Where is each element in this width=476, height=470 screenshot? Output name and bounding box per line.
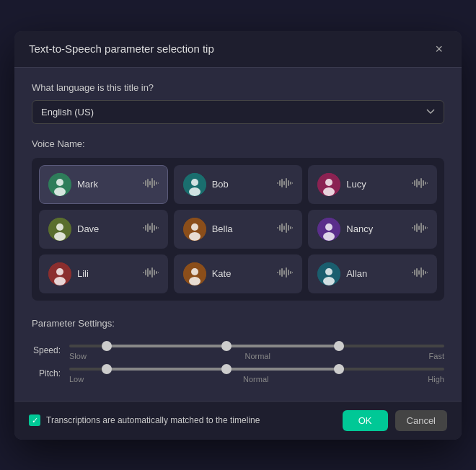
voice-card-lili[interactable]: Lili (39, 254, 168, 293)
checkbox-area: ✓ Transcriptions are automatically match… (29, 414, 335, 426)
voice-left-kate: Kate (183, 262, 232, 285)
voices-grid: Mark Bob (39, 165, 437, 293)
voice-left-dave: Dave (48, 218, 99, 241)
svg-point-78 (191, 268, 198, 275)
speed-max-label: Fast (429, 352, 444, 360)
ok-button[interactable]: OK (343, 410, 388, 431)
wave-icon-nancy[interactable] (412, 223, 428, 235)
svg-point-46 (189, 232, 200, 241)
svg-point-23 (325, 179, 332, 186)
voice-card-bella[interactable]: Bella (174, 210, 303, 249)
parameter-settings-label: Parameter Settings: (32, 318, 444, 329)
footer-buttons: OK Cancel (343, 410, 447, 431)
voice-avatar-bella (183, 218, 206, 241)
voice-card-allan[interactable]: Allan (308, 254, 437, 293)
voice-left-lucy: Lucy (317, 173, 366, 196)
wave-icon-bob[interactable] (277, 178, 293, 190)
voice-left-mark: Mark (48, 173, 98, 196)
pitch-min-label: Low (69, 375, 84, 383)
svg-point-89 (325, 268, 332, 275)
close-button[interactable]: × (431, 41, 447, 57)
pitch-thumb-2[interactable] (221, 364, 232, 374)
dialog-header: Text-to-Speech parameter selection tip × (14, 31, 462, 68)
voice-card-nancy[interactable]: Nancy (308, 210, 437, 249)
svg-point-90 (323, 277, 335, 285)
voice-left-bob: Bob (183, 173, 229, 196)
voice-card-mark[interactable]: Mark (39, 165, 168, 204)
voice-left-bella: Bella (183, 218, 233, 241)
voice-avatar-lili (48, 262, 71, 285)
voice-name-lucy: Lucy (346, 179, 366, 190)
svg-point-24 (323, 187, 335, 196)
speed-thumb-1[interactable] (102, 341, 112, 351)
auto-match-checkbox[interactable]: ✓ (29, 414, 40, 426)
svg-point-12 (191, 179, 198, 186)
voice-card-kate[interactable]: Kate (174, 254, 303, 293)
pitch-max-label: High (428, 375, 444, 383)
voice-left-nancy: Nancy (317, 218, 373, 241)
speed-labels: Slow Normal Fast (69, 352, 444, 360)
voice-left-lili: Lili (48, 262, 89, 285)
language-select[interactable]: English (US) (32, 100, 444, 124)
pitch-slider-wrapper: Low Normal High (69, 363, 444, 383)
svg-point-45 (191, 223, 198, 231)
wave-icon-lucy[interactable] (412, 178, 428, 190)
voice-avatar-mark (48, 173, 71, 196)
voice-card-lucy[interactable]: Lucy (308, 165, 437, 204)
checkbox-checkmark: ✓ (32, 417, 38, 425)
voice-left-allan: Allan (317, 262, 367, 285)
dialog-footer: ✓ Transcriptions are automatically match… (14, 401, 462, 440)
svg-point-68 (54, 277, 66, 285)
speed-thumb-2[interactable] (221, 341, 232, 351)
voice-card-dave[interactable]: Dave (39, 210, 168, 249)
voice-name-allan: Allan (346, 268, 367, 279)
pitch-row: Pitch: Low Normal High (32, 363, 444, 383)
voice-avatar-allan (317, 262, 340, 285)
speed-min-label: Slow (69, 352, 87, 360)
voice-section-label: Voice Name: (32, 138, 444, 149)
language-question: What language is this title in? (32, 82, 444, 93)
voice-name-dave: Dave (77, 223, 99, 234)
svg-point-35 (54, 232, 66, 241)
wave-icon-kate[interactable] (277, 267, 293, 280)
voice-avatar-dave (48, 218, 71, 241)
voice-avatar-lucy (317, 173, 340, 196)
dialog-body: What language is this title in? English … (14, 68, 462, 401)
pitch-labels: Low Normal High (69, 375, 444, 383)
wave-icon-mark[interactable] (143, 178, 159, 190)
wave-icon-dave[interactable] (143, 223, 159, 235)
speed-mid-label: Normal (244, 352, 270, 360)
speed-slider-wrapper: Slow Normal Fast (69, 340, 444, 360)
svg-point-67 (56, 268, 63, 275)
wave-icon-lili[interactable] (143, 267, 159, 280)
speed-thumb-3[interactable] (334, 341, 344, 351)
speed-label: Speed: (32, 345, 61, 355)
svg-point-2 (54, 187, 66, 196)
svg-point-13 (189, 187, 200, 196)
voice-card-bob[interactable]: Bob (174, 165, 303, 204)
voice-avatar-nancy (317, 218, 340, 241)
tts-dialog: Text-to-Speech parameter selection tip ×… (14, 31, 462, 440)
voice-name-bella: Bella (212, 223, 233, 234)
dialog-title: Text-to-Speech parameter selection tip (29, 43, 214, 55)
pitch-thumb-3[interactable] (334, 364, 344, 374)
voice-name-mark: Mark (77, 179, 98, 190)
svg-point-56 (325, 223, 332, 231)
voice-name-lili: Lili (77, 268, 89, 279)
speed-track[interactable] (69, 345, 444, 347)
cancel-button[interactable]: Cancel (395, 410, 447, 431)
checkbox-label: Transcriptions are automatically matched… (46, 415, 260, 425)
voice-name-kate: Kate (212, 268, 232, 279)
svg-point-79 (189, 277, 200, 285)
pitch-thumb-1[interactable] (102, 364, 112, 374)
voice-name-bob: Bob (212, 179, 229, 190)
wave-icon-allan[interactable] (412, 267, 428, 280)
voice-avatar-kate (183, 262, 206, 285)
svg-point-34 (56, 223, 63, 231)
voice-avatar-bob (183, 173, 206, 196)
svg-point-1 (56, 179, 63, 186)
wave-icon-bella[interactable] (277, 223, 293, 235)
pitch-track[interactable] (69, 368, 444, 371)
voice-name-nancy: Nancy (346, 223, 373, 234)
pitch-mid-label: Normal (243, 375, 268, 383)
